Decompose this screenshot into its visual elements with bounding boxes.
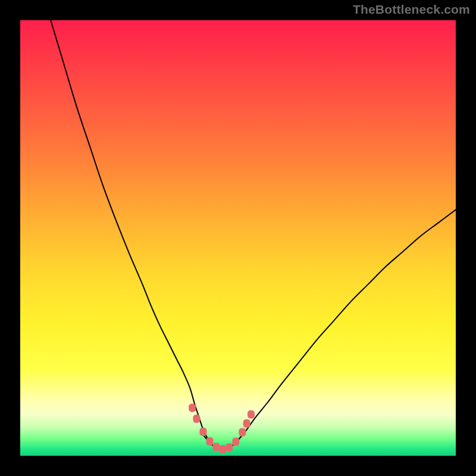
valley-marker — [219, 445, 226, 453]
valley-marker — [239, 428, 246, 436]
valley-marker — [189, 403, 196, 412]
chart-frame: TheBottleneck.com — [0, 0, 476, 476]
valley-marker — [232, 438, 239, 446]
attribution-text: TheBottleneck.com — [353, 2, 470, 17]
valley-marker — [206, 437, 213, 446]
plot-area — [20, 20, 456, 456]
valley-marker — [243, 419, 250, 428]
chart-background — [20, 20, 456, 456]
valley-marker — [212, 443, 220, 451]
valley-marker — [226, 443, 233, 452]
chart-svg — [20, 20, 456, 456]
valley-marker — [193, 415, 200, 423]
valley-marker — [248, 410, 255, 418]
valley-marker — [199, 428, 206, 436]
